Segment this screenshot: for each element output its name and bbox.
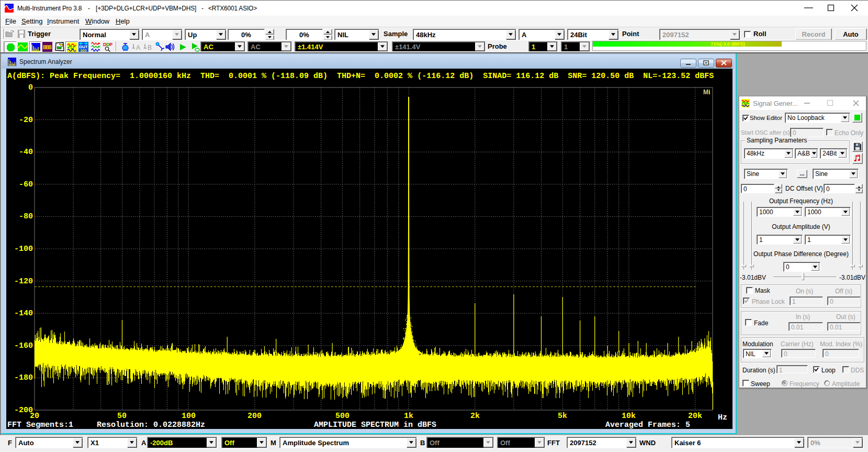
svg-text:P: P (109, 42, 112, 47)
svg-text:888: 888 (43, 44, 52, 50)
svg-text:A: A (136, 44, 140, 51)
svg-text:000: 000 (81, 49, 87, 52)
svg-text:B: B (148, 44, 152, 51)
